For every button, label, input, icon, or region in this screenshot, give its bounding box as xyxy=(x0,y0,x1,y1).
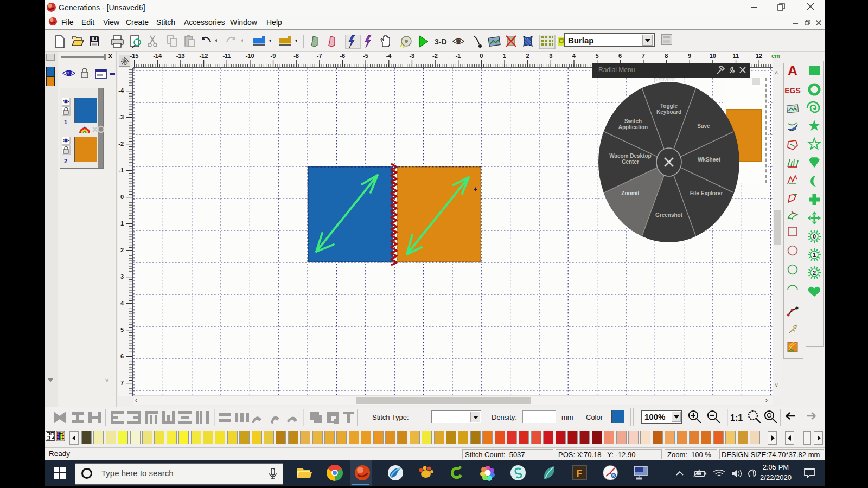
svg-text:5: 5 xyxy=(120,326,124,333)
svg-text:3: 3 xyxy=(549,53,552,59)
svg-text:4: 4 xyxy=(572,53,576,59)
svg-text:EGS: EGS xyxy=(784,86,801,95)
svg-text:-8: -8 xyxy=(293,53,299,59)
svg-text:2: 2 xyxy=(64,158,67,164)
svg-text:3: 3 xyxy=(120,273,124,280)
svg-text:-15: -15 xyxy=(130,53,139,59)
svg-text:1: 1 xyxy=(64,119,67,125)
svg-text:F: F xyxy=(577,468,582,479)
svg-text:-3: -3 xyxy=(409,53,414,59)
svg-text:-1: -1 xyxy=(456,53,461,59)
svg-text:-14: -14 xyxy=(153,53,162,59)
svg-text:7: 7 xyxy=(120,380,124,386)
svg-text:7: 7 xyxy=(642,53,645,59)
svg-text:6: 6 xyxy=(618,53,622,59)
svg-text:8: 8 xyxy=(665,53,668,59)
svg-text:6: 6 xyxy=(120,353,124,359)
svg-text:12: 12 xyxy=(756,53,762,59)
svg-text:2: 2 xyxy=(120,247,124,253)
svg-text:4: 4 xyxy=(120,300,124,306)
svg-text:9: 9 xyxy=(688,53,691,59)
svg-text:1: 1 xyxy=(120,220,124,227)
svg-text:-9: -9 xyxy=(271,53,276,59)
svg-text:11: 11 xyxy=(733,53,739,59)
svg-text:0: 0 xyxy=(480,53,483,59)
svg-text:2: 2 xyxy=(813,269,816,276)
svg-text:-11: -11 xyxy=(222,53,231,59)
svg-text:-4: -4 xyxy=(386,53,392,59)
svg-text:-2: -2 xyxy=(118,140,124,147)
svg-text:-5: -5 xyxy=(363,53,368,59)
svg-text:0: 0 xyxy=(120,194,124,200)
svg-text:1:1: 1:1 xyxy=(730,413,743,422)
svg-text:1: 1 xyxy=(813,252,816,258)
svg-text:10: 10 xyxy=(710,53,716,59)
svg-text:5: 5 xyxy=(595,53,598,59)
svg-text:-10: -10 xyxy=(246,53,254,59)
svg-text:5: 5 xyxy=(612,473,615,478)
svg-text:0: 0 xyxy=(813,233,816,240)
svg-text:-12: -12 xyxy=(199,53,208,59)
svg-text:-13: -13 xyxy=(176,53,185,59)
svg-text:2: 2 xyxy=(526,53,529,59)
svg-text:-6: -6 xyxy=(340,53,345,59)
svg-text:-1: -1 xyxy=(118,167,124,174)
svg-text:-3: -3 xyxy=(118,114,124,120)
svg-text:-4: -4 xyxy=(118,87,124,94)
svg-text:3-D: 3-D xyxy=(435,37,447,46)
svg-text:1: 1 xyxy=(503,53,506,59)
svg-text:A: A xyxy=(788,63,797,78)
svg-text:-2: -2 xyxy=(432,53,438,59)
svg-text:-7: -7 xyxy=(317,53,322,59)
